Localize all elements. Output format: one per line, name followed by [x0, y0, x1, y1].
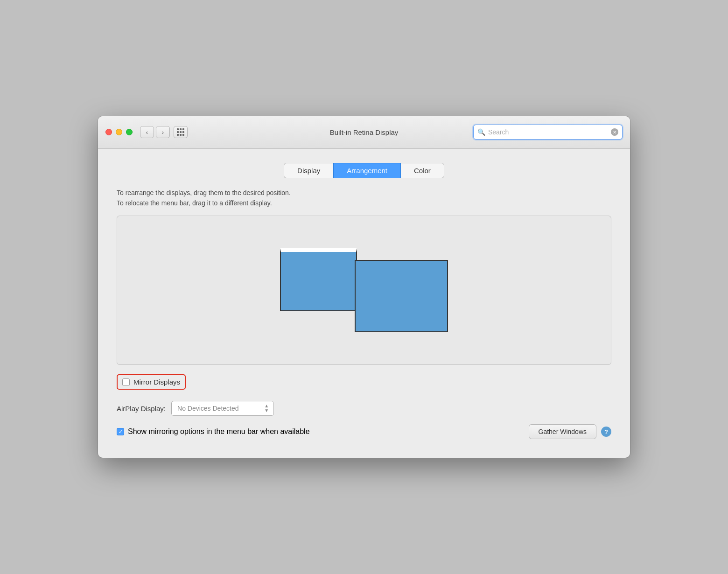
maximize-button[interactable]: [126, 129, 133, 135]
airplay-dropdown-value: No Devices Detected: [177, 405, 259, 412]
tab-bar: Display Arrangement Color: [117, 163, 611, 178]
close-button[interactable]: [105, 129, 112, 135]
display-container: [280, 248, 448, 332]
instruction-line1: To rearrange the displays, drag them to …: [117, 188, 611, 198]
mirror-displays-checkbox-wrap[interactable]: Mirror Displays: [117, 374, 186, 390]
tab-color[interactable]: Color: [401, 163, 444, 178]
dropdown-arrows-icon: ▲ ▼: [264, 404, 269, 413]
mirror-displays-row: Mirror Displays: [117, 374, 611, 390]
window-title: Built-in Retina Display: [330, 128, 399, 136]
bottom-row: ✓ Show mirroring options in the menu bar…: [117, 424, 611, 439]
show-mirroring-label: Show mirroring options in the menu bar w…: [128, 427, 310, 436]
search-icon: 🔍: [477, 128, 485, 136]
system-preferences-window: ‹ › Built-in Retina Display 🔍 ✕ Display …: [98, 116, 630, 458]
search-box[interactable]: 🔍 ✕: [473, 125, 623, 140]
apps-grid-button[interactable]: [174, 126, 188, 138]
instruction-line2: To relocate the menu bar, drag it to a d…: [117, 198, 611, 208]
forward-button[interactable]: ›: [156, 126, 170, 138]
content-area: Display Arrangement Color To rearrange t…: [98, 149, 630, 458]
bottom-right-controls: Gather Windows ?: [529, 424, 611, 439]
mirror-displays-label: Mirror Displays: [133, 378, 180, 386]
display-secondary[interactable]: [355, 260, 448, 332]
airplay-row: AirPlay Display: No Devices Detected ▲ ▼: [117, 401, 611, 416]
nav-buttons: ‹ ›: [140, 126, 170, 138]
minimize-button[interactable]: [116, 129, 122, 135]
show-mirroring-row: ✓ Show mirroring options in the menu bar…: [117, 427, 310, 436]
airplay-label: AirPlay Display:: [117, 405, 166, 413]
arrangement-area[interactable]: [117, 216, 611, 365]
mirror-displays-checkbox[interactable]: [122, 378, 130, 386]
back-button[interactable]: ‹: [140, 126, 154, 138]
search-clear-button[interactable]: ✕: [611, 128, 618, 136]
help-button[interactable]: ?: [601, 427, 611, 437]
search-input[interactable]: [488, 128, 611, 136]
apps-grid-icon: [177, 128, 184, 136]
show-mirroring-checkbox[interactable]: ✓: [117, 428, 124, 435]
airplay-dropdown[interactable]: No Devices Detected ▲ ▼: [171, 401, 274, 416]
tab-arrangement[interactable]: Arrangement: [333, 163, 401, 178]
tab-display[interactable]: Display: [284, 163, 333, 178]
instructions: To rearrange the displays, drag them to …: [117, 188, 611, 209]
display-primary[interactable]: [280, 248, 357, 311]
traffic-lights: [105, 129, 133, 135]
titlebar: ‹ › Built-in Retina Display 🔍 ✕: [98, 116, 630, 149]
gather-windows-button[interactable]: Gather Windows: [529, 424, 596, 439]
